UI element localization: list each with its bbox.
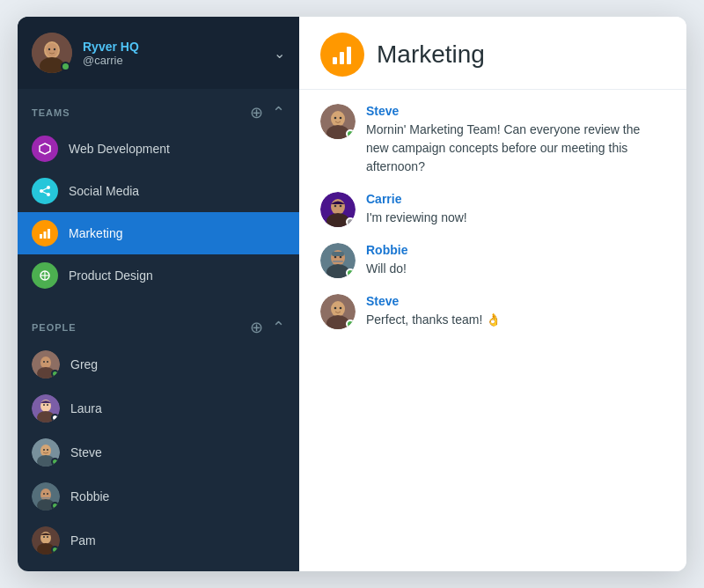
chat-messages: Steve Mornin' Marketing Team! Can everyo… <box>299 90 686 571</box>
svg-point-3 <box>48 48 50 50</box>
msg-3-text: Will do! <box>366 260 665 278</box>
svg-point-29 <box>40 445 51 457</box>
svg-rect-37 <box>41 497 50 499</box>
msg-1-body: Steve Mornin' Marketing Team! Can everyo… <box>366 104 665 176</box>
pam-avatar <box>32 526 60 555</box>
robbie-online-dot <box>51 502 59 510</box>
msg-4-body: Steve Perfect, thanks team! 👌 <box>366 294 665 329</box>
collapse-people-icon[interactable]: ⌃ <box>272 320 285 335</box>
msg-2-text: I'm reviewing now! <box>366 209 665 227</box>
svg-point-55 <box>340 205 342 208</box>
add-person-icon[interactable]: ⊕ <box>250 320 263 335</box>
svg-rect-44 <box>333 57 337 64</box>
svg-point-59 <box>334 256 337 259</box>
people-label: PEOPLE <box>32 322 77 333</box>
msg-3-body: Robbie Will do! <box>366 243 665 278</box>
steve-name: Steve <box>70 445 102 459</box>
teams-section-header: TEAMS ⊕ ⌃ <box>18 89 299 128</box>
svg-marker-6 <box>40 143 50 154</box>
greg-online-dot <box>51 370 59 378</box>
svg-rect-45 <box>340 52 344 64</box>
msg-3-sender: Robbie <box>366 243 665 257</box>
svg-point-49 <box>334 117 337 120</box>
svg-point-34 <box>40 489 51 501</box>
web-development-label: Web Development <box>69 142 170 156</box>
people-actions: ⊕ ⌃ <box>250 320 285 335</box>
product-design-icon <box>32 262 58 289</box>
laura-avatar <box>32 394 60 423</box>
svg-point-21 <box>47 361 48 363</box>
message-4: Steve Perfect, thanks team! 👌 <box>320 294 665 329</box>
steve-online-dot-msg4 <box>346 320 355 328</box>
svg-rect-13 <box>44 232 47 239</box>
greg-avatar <box>32 350 60 379</box>
username: @carrie <box>83 54 263 67</box>
sidebar-item-web-development[interactable]: Web Development <box>18 128 299 170</box>
msg-1-sender: Steve <box>366 104 665 118</box>
collapse-teams-icon[interactable]: ⌃ <box>272 105 285 121</box>
svg-point-42 <box>47 536 48 538</box>
robbie-online-dot-msg3 <box>346 268 355 277</box>
user-avatar-wrapper <box>32 33 72 73</box>
laura-online-dot <box>51 414 59 422</box>
add-team-icon[interactable]: ⊕ <box>250 105 263 121</box>
sidebar: Ryver HQ @carrie ⌄ TEAMS ⊕ ⌃ Web Develop… <box>18 17 299 571</box>
sidebar-item-social-media[interactable]: Social Media <box>18 170 299 212</box>
sidebar-item-product-design[interactable]: Product Design <box>18 254 299 297</box>
svg-point-26 <box>47 404 48 406</box>
message-2: Carrie I'm reviewing now! <box>320 192 665 227</box>
sidebar-item-greg[interactable]: Greg <box>18 342 299 386</box>
msg-steve-avatar-2 <box>320 294 356 329</box>
marketing-label: Marketing <box>69 226 122 240</box>
svg-point-48 <box>331 111 345 127</box>
svg-rect-61 <box>333 261 343 262</box>
carrie-online-dot-msg2 <box>346 217 355 226</box>
svg-point-67 <box>340 307 342 310</box>
msg-steve-avatar-1 <box>320 104 356 139</box>
msg-4-sender: Steve <box>366 294 665 308</box>
svg-point-54 <box>334 205 337 208</box>
svg-point-25 <box>43 404 45 406</box>
sidebar-item-robbie[interactable]: Robbie <box>18 474 299 518</box>
msg-2-body: Carrie I'm reviewing now! <box>366 192 665 227</box>
svg-point-4 <box>54 48 55 50</box>
svg-point-36 <box>47 493 48 495</box>
msg-1-text: Mornin' Marketing Team! Can everyone rev… <box>366 121 665 176</box>
svg-rect-12 <box>40 234 42 239</box>
org-name: Ryver HQ <box>83 40 263 54</box>
msg-2-sender: Carrie <box>366 192 665 206</box>
svg-rect-46 <box>347 47 351 64</box>
sidebar-header[interactable]: Ryver HQ @carrie ⌄ <box>18 17 299 89</box>
channel-icon <box>320 33 364 77</box>
sidebar-item-laura[interactable]: Laura <box>18 386 299 430</box>
robbie-avatar <box>32 482 60 511</box>
svg-point-60 <box>340 256 342 259</box>
laura-name: Laura <box>70 401 102 415</box>
sidebar-item-marketing[interactable]: Marketing <box>18 212 299 254</box>
sidebar-item-steve[interactable]: Steve <box>18 430 299 474</box>
teams-label: TEAMS <box>32 107 70 118</box>
greg-name: Greg <box>70 357 98 371</box>
channel-name: Marketing <box>377 40 485 69</box>
message-1: Steve Mornin' Marketing Team! Can everyo… <box>320 104 665 176</box>
social-media-icon <box>32 178 58 204</box>
svg-rect-62 <box>332 252 344 256</box>
svg-point-19 <box>40 356 51 369</box>
teams-actions: ⊕ ⌃ <box>250 105 285 121</box>
chevron-down-icon[interactable]: ⌄ <box>274 45 285 62</box>
steve-online-dot <box>51 458 59 466</box>
svg-line-11 <box>41 191 48 195</box>
svg-point-2 <box>46 43 58 57</box>
pam-name: Pam <box>70 533 96 548</box>
robbie-name: Robbie <box>70 489 109 503</box>
social-media-label: Social Media <box>69 184 139 198</box>
sidebar-item-pam[interactable]: Pam <box>18 518 299 562</box>
main-chat: Marketing Steve <box>299 17 686 571</box>
svg-rect-14 <box>48 229 50 239</box>
svg-line-10 <box>41 187 48 191</box>
steve-avatar <box>32 438 60 467</box>
msg-carrie-avatar <box>320 192 356 227</box>
svg-point-66 <box>334 307 337 310</box>
svg-point-65 <box>331 301 345 317</box>
chat-header: Marketing <box>299 17 686 90</box>
